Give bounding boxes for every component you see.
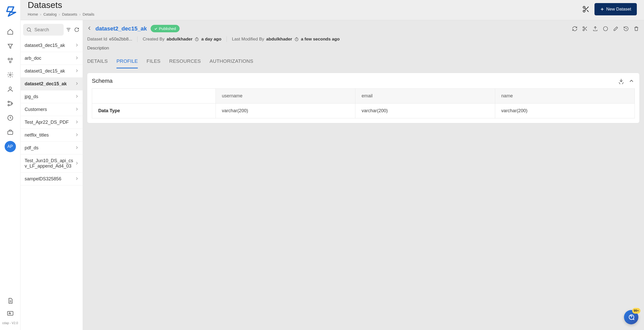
chevron-right-icon: › [59, 12, 60, 16]
search-wrap[interactable] [23, 24, 64, 36]
nav-text-icon[interactable] [5, 310, 16, 317]
nav-briefcase-icon[interactable] [5, 127, 16, 138]
sidebar-item[interactable]: Test_Jun10_DS_api_csv_LF_append_Ad4_03 [21, 154, 83, 173]
content-panel: dataset2_dec15_ak Published [83, 20, 644, 330]
divider [227, 36, 227, 42]
collapse-icon[interactable] [628, 78, 635, 84]
sidebar-item-label: Test_Jun10_DS_api_csv_LF_append_Ad4_03 [25, 158, 73, 169]
filter-icon[interactable] [65, 26, 72, 33]
sidebar-item-label: netflix_titles [25, 132, 49, 138]
created-by-block: Created By abdulkhader a day ago [143, 37, 221, 42]
created-by-label: Created By [143, 37, 164, 42]
refresh-icon[interactable] [73, 26, 80, 33]
cut-icon[interactable] [582, 26, 588, 32]
clock-icon [194, 37, 199, 42]
nav-branch-icon[interactable] [5, 98, 16, 109]
svg-point-7 [11, 103, 12, 104]
chevron-right-icon [75, 81, 79, 87]
nav-document-icon[interactable] [5, 295, 16, 306]
sidebar-item-label: Customers [25, 107, 47, 112]
sidebar-item-label: dataset3_dec15_ak [25, 43, 65, 48]
created-by-user: abdulkhader [167, 37, 192, 42]
app-version: cdap - V2.0 [2, 321, 18, 325]
svg-point-3 [9, 74, 11, 76]
tab-details[interactable]: DETAILS [87, 58, 108, 68]
help-fab[interactable]: 99+ [624, 310, 638, 324]
svg-point-0 [8, 58, 9, 60]
divider [137, 36, 138, 42]
sync-icon[interactable] [572, 26, 578, 32]
svg-point-13 [27, 28, 31, 31]
breadcrumb-catalog[interactable]: Catalog [43, 12, 57, 16]
upload-icon[interactable] [592, 26, 598, 32]
dataset-list: dataset3_dec15_akarb_docdataset1_dec15_a… [21, 39, 83, 330]
sidebar-item[interactable]: sampelDS325856 [21, 173, 83, 185]
tab-resources[interactable]: RESOURCES [169, 58, 201, 68]
modified-by-block: Last Modified By abdulkhader a few secon… [232, 37, 340, 42]
nav-clock-icon[interactable] [5, 112, 16, 123]
chevron-right-icon: › [79, 12, 81, 16]
dataset-sidebar: dataset3_dec15_akarb_docdataset1_dec15_a… [21, 20, 83, 330]
scissors-icon[interactable] [582, 5, 590, 13]
clock-icon [294, 37, 299, 42]
sidebar-item-label: arb_doc [25, 56, 41, 61]
circle-icon[interactable] [602, 26, 609, 32]
breadcrumb-datasets[interactable]: Datasets [62, 12, 77, 16]
user-avatar[interactable]: AP [5, 141, 16, 152]
svg-point-11 [583, 6, 585, 8]
schema-val-2: varchar(200) [495, 104, 635, 118]
chevron-right-icon [75, 145, 79, 151]
nav-funnel-icon[interactable] [5, 40, 16, 52]
status-text: Published [159, 26, 176, 31]
tab-authorizations[interactable]: AUTHORIZATIONS [210, 58, 253, 68]
nav-cluster-icon[interactable] [5, 55, 16, 66]
app-logo [4, 5, 16, 17]
sidebar-item[interactable]: dataset3_dec15_ak [21, 39, 83, 52]
description-label: Description [87, 46, 109, 50]
sidebar-item-label: dataset2_dec15_ak [25, 81, 67, 87]
schema-card: Schema username email name [87, 73, 639, 123]
history-icon[interactable] [623, 26, 629, 32]
svg-rect-10 [7, 311, 13, 315]
sidebar-item[interactable]: dataset2_dec15_ak [21, 78, 83, 90]
sidebar-item-label: jpg_ds [25, 94, 38, 99]
nav-settings-icon[interactable] [5, 69, 16, 80]
chevron-right-icon [75, 94, 79, 99]
new-dataset-label: New Dataset [606, 7, 631, 12]
status-badge: Published [151, 25, 180, 32]
chevron-right-icon [75, 68, 79, 74]
tab-files[interactable]: FILES [147, 58, 160, 68]
chevron-right-icon [75, 161, 79, 166]
sidebar-item[interactable]: jpg_ds [21, 90, 83, 103]
dataset-id-label: Dataset Id [87, 37, 107, 42]
new-dataset-button[interactable]: New Dataset [594, 3, 637, 15]
sidebar-item[interactable]: netflix_titles [21, 129, 83, 142]
search-input[interactable] [34, 27, 61, 33]
breadcrumb-home[interactable]: Home [28, 12, 38, 16]
breadcrumb: Home › Catalog › Datasets › Details [28, 12, 582, 16]
back-button[interactable] [87, 26, 92, 32]
sidebar-item[interactable]: dataset1_dec15_ak [21, 65, 83, 78]
sidebar-item[interactable]: Customers [21, 103, 83, 116]
nav-user-icon[interactable] [5, 84, 16, 95]
chevron-right-icon [75, 120, 79, 125]
sidebar-item[interactable]: pdf_ds [21, 142, 83, 154]
svg-point-5 [8, 101, 9, 102]
dataset-id-value: e50a2bb8... [109, 37, 132, 42]
tabs: DETAILSPROFILEFILESRESOURCESAUTHORIZATIO… [87, 58, 639, 68]
chevron-right-icon [75, 43, 79, 48]
tab-profile[interactable]: PROFILE [116, 58, 138, 68]
sidebar-item[interactable]: arb_doc [21, 52, 83, 65]
sidebar-item-label: Test_Apr22_DS_PDF [25, 120, 69, 125]
download-icon[interactable] [618, 78, 625, 84]
schema-row-header: Data Type [92, 104, 216, 118]
schema-val-0: varchar(200) [216, 104, 355, 118]
nav-home-icon[interactable] [5, 26, 16, 37]
sidebar-item[interactable]: Test_Apr22_DS_PDF [21, 116, 83, 129]
edit-icon[interactable] [613, 26, 619, 32]
page-title: Datasets [28, 0, 582, 10]
svg-point-12 [583, 10, 585, 12]
svg-point-16 [603, 26, 608, 31]
delete-icon[interactable] [633, 26, 639, 32]
sidebar-item-label: dataset1_dec15_ak [25, 68, 65, 74]
